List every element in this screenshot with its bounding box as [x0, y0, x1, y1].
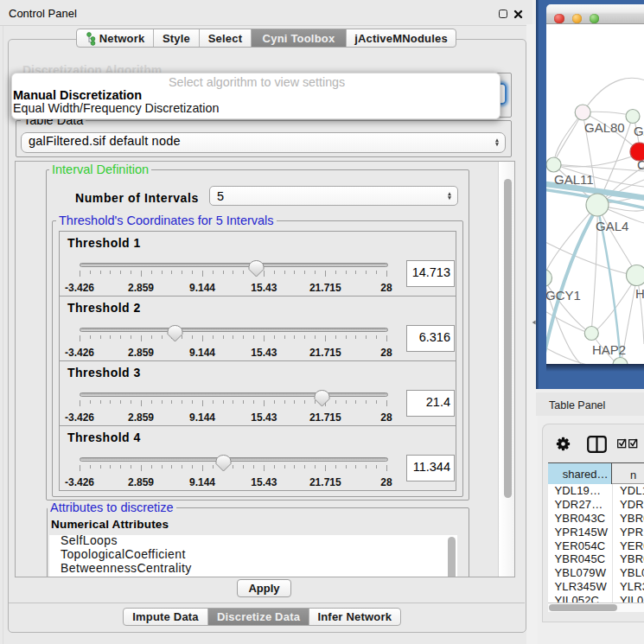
- svg-text:C: C: [637, 157, 644, 172]
- svg-text:GAL4: GAL4: [596, 219, 628, 233]
- svg-text:H: H: [635, 286, 644, 301]
- svg-text:GAL11: GAL11: [554, 172, 594, 187]
- svg-text:HAP2: HAP2: [592, 342, 626, 357]
- svg-text:GAL80: GAL80: [584, 120, 625, 135]
- svg-text:GA: GA: [634, 124, 644, 138]
- svg-text:GCY1: GCY1: [546, 288, 581, 303]
